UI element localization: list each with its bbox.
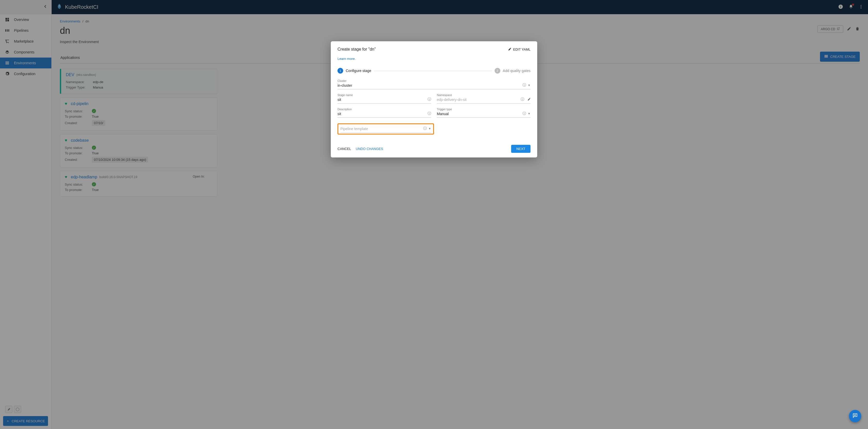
create-stage-modal: Create stage for "dn" EDIT YAML Learn mo…	[331, 41, 537, 157]
chevron-down-icon[interactable]: ▼	[428, 127, 431, 130]
field-value: in-cluster	[338, 83, 530, 89]
undo-changes-button[interactable]: UNDO CHANGES	[356, 147, 383, 151]
field-label: Stage name	[338, 93, 431, 96]
chevron-down-icon[interactable]: ▼	[528, 84, 530, 87]
info-icon[interactable]: ⓘ	[423, 126, 427, 131]
step-line	[374, 71, 492, 71]
pencil-icon[interactable]	[527, 97, 531, 102]
modal-title: Create stage for "dn"	[338, 47, 376, 52]
step-number: 2	[495, 68, 500, 73]
info-icon[interactable]: ⓘ	[523, 111, 526, 116]
step-label: Configure stage	[346, 69, 371, 73]
chat-icon	[852, 413, 858, 420]
description-field[interactable]: Description sit ⓘ	[338, 107, 431, 118]
modal-overlay: Create stage for "dn" EDIT YAML Learn mo…	[0, 0, 868, 429]
info-icon[interactable]: ⓘ	[523, 83, 526, 88]
chat-fab[interactable]	[849, 410, 861, 422]
stage-name-field[interactable]: Stage name sit ⓘ	[338, 93, 431, 103]
field-placeholder: Pipeline template	[340, 126, 431, 132]
field-label: Namespace	[437, 93, 524, 96]
field-value: edp-delivery-dn-sit	[437, 97, 524, 103]
edit-yaml-label: EDIT YAML	[513, 48, 530, 51]
field-value: sit	[338, 111, 431, 118]
field-value: sit	[338, 97, 431, 103]
form: Cluster in-cluster ⓘ▼ Stage name sit ⓘ N…	[338, 79, 530, 118]
field-label: Trigger type	[437, 108, 530, 111]
stepper: 1 Configure stage 2 Add quality gates	[338, 68, 530, 73]
step-quality-gates[interactable]: 2 Add quality gates	[495, 68, 530, 73]
modal-footer: CANCEL UNDO CHANGES NEXT	[338, 145, 530, 153]
field-label: Description	[338, 108, 431, 111]
edit-yaml-button[interactable]: EDIT YAML	[508, 47, 530, 52]
step-number: 1	[338, 68, 343, 73]
field-label: Cluster	[338, 79, 530, 82]
chevron-down-icon[interactable]: ▼	[528, 112, 530, 115]
step-configure-stage[interactable]: 1 Configure stage	[338, 68, 371, 73]
trigger-type-field[interactable]: Trigger type Manual ⓘ▼	[437, 107, 530, 118]
learn-more-link[interactable]: Learn more.	[338, 57, 530, 61]
next-button[interactable]: NEXT	[511, 145, 530, 153]
namespace-field[interactable]: Namespace edp-delivery-dn-sit ⓘ	[437, 93, 530, 103]
info-icon[interactable]: ⓘ	[428, 97, 431, 102]
info-icon[interactable]: ⓘ	[428, 111, 431, 116]
pipeline-template-field[interactable]: Pipeline template ⓘ▼	[340, 126, 431, 133]
info-icon[interactable]: ⓘ	[521, 97, 524, 102]
cancel-button[interactable]: CANCEL	[338, 147, 351, 151]
cluster-field[interactable]: Cluster in-cluster ⓘ▼	[338, 79, 530, 89]
pencil-icon	[508, 47, 512, 52]
step-label: Add quality gates	[503, 69, 530, 73]
pipeline-template-highlight: Pipeline template ⓘ▼	[338, 123, 434, 134]
field-value: Manual	[437, 111, 530, 118]
